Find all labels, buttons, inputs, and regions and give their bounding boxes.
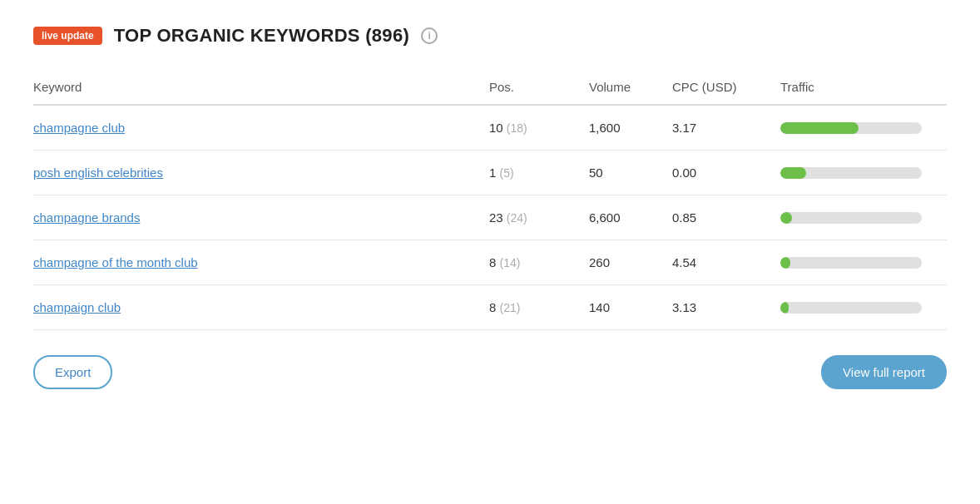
pos-sub: (21)	[500, 301, 521, 314]
keyword-cell: champagne brands	[33, 195, 489, 240]
keyword-link[interactable]: champaign club	[33, 300, 121, 314]
cpc-cell: 3.13	[672, 285, 780, 330]
cpc-cell: 0.00	[672, 151, 780, 195]
col-header-traffic: Traffic	[780, 72, 947, 105]
cpc-cell: 4.54	[672, 240, 780, 285]
pos-main: 23	[489, 210, 507, 225]
traffic-cell	[780, 195, 947, 240]
col-header-keyword: Keyword	[33, 72, 489, 105]
pos-sub: (14)	[500, 256, 521, 269]
volume-cell: 6,600	[589, 195, 672, 240]
volume-cell: 140	[589, 285, 672, 330]
live-badge: live update	[33, 27, 102, 45]
volume-cell: 1,600	[589, 105, 672, 151]
traffic-bar-container	[780, 122, 922, 134]
page-title: TOP ORGANIC KEYWORDS (896)	[114, 25, 409, 47]
traffic-bar-fill	[780, 167, 806, 179]
keyword-link[interactable]: posh english celebrities	[33, 166, 163, 180]
keyword-cell: posh english celebrities	[33, 151, 489, 195]
pos-cell: 8 (14)	[489, 240, 589, 285]
pos-main: 10	[489, 121, 507, 135]
pos-cell: 23 (24)	[489, 195, 589, 240]
keyword-link[interactable]: champagne of the month club	[33, 255, 198, 269]
traffic-bar-container	[780, 257, 922, 269]
pos-sub: (18)	[507, 121, 527, 135]
pos-cell: 8 (21)	[489, 285, 589, 330]
table-row: champagne brands23 (24)6,6000.85	[33, 195, 947, 240]
keyword-cell: champagne of the month club	[33, 240, 489, 285]
keywords-table: Keyword Pos. Volume CPC (USD) Traffic ch…	[33, 72, 947, 330]
traffic-cell	[780, 151, 947, 195]
traffic-bar-fill	[780, 302, 789, 314]
traffic-cell	[780, 105, 947, 151]
pos-main: 8	[489, 300, 500, 314]
keyword-link[interactable]: champagne brands	[33, 210, 140, 225]
cpc-cell: 0.85	[672, 195, 780, 240]
col-header-cpc: CPC (USD)	[672, 72, 780, 105]
table-row: champaign club8 (21)1403.13	[33, 285, 947, 330]
footer: Export View full report	[33, 355, 947, 389]
keyword-link[interactable]: champagne club	[33, 121, 125, 135]
view-full-report-button[interactable]: View full report	[821, 355, 947, 389]
pos-cell: 1 (5)	[489, 151, 589, 195]
traffic-bar-fill	[780, 257, 790, 269]
keyword-cell: champaign club	[33, 285, 489, 330]
table-row: champagne of the month club8 (14)2604.54	[33, 240, 947, 285]
page-header: live update TOP ORGANIC KEYWORDS (896) i	[33, 25, 947, 47]
pos-sub: (24)	[507, 211, 527, 225]
pos-main: 1	[489, 166, 500, 180]
col-header-volume: Volume	[589, 72, 672, 105]
cpc-cell: 3.17	[672, 105, 780, 151]
export-button[interactable]: Export	[33, 355, 112, 389]
pos-main: 8	[489, 255, 500, 269]
table-row: posh english celebrities1 (5)500.00	[33, 151, 947, 195]
table-row: champagne club10 (18)1,6003.17	[33, 105, 947, 151]
col-header-pos: Pos.	[489, 72, 589, 105]
traffic-cell	[780, 240, 947, 285]
traffic-bar-fill	[780, 212, 792, 224]
traffic-bar-container	[780, 302, 922, 314]
traffic-bar-container	[780, 212, 922, 224]
traffic-bar-container	[780, 167, 922, 179]
traffic-cell	[780, 285, 947, 330]
keyword-cell: champagne club	[33, 105, 489, 151]
pos-cell: 10 (18)	[489, 105, 589, 151]
volume-cell: 260	[589, 240, 672, 285]
pos-sub: (5)	[500, 166, 514, 180]
info-icon[interactable]: i	[421, 27, 438, 44]
volume-cell: 50	[589, 151, 672, 195]
traffic-bar-fill	[780, 122, 859, 134]
